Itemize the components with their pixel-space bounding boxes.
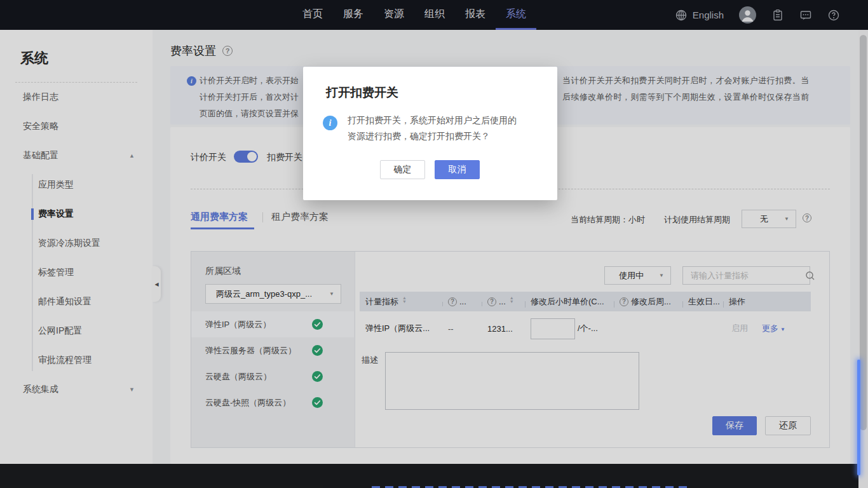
cancel-button[interactable]: 取消 [435,160,480,179]
app-window: 首页 服务 资源 组织 报表 系统 English [0,0,868,488]
confirm-button[interactable]: 确定 [380,160,425,179]
dialog-actions: 确定 取消 [380,160,480,179]
active-scroll-indicator[interactable] [857,360,860,475]
dialog-message-line: 打开扣费开关，系统开始对用户之后使用的 [348,112,538,128]
dialog-info-icon: i [323,116,337,130]
confirm-dialog: 打开扣费开关 i 打开扣费开关，系统开始对用户之后使用的 资源进行扣费，确定打开… [303,67,557,200]
dialog-title: 打开扣费开关 [326,85,398,101]
dialog-message-line: 资源进行扣费，确定打开扣费开关？ [348,128,538,144]
dialog-message: 打开扣费开关，系统开始对用户之后使用的 资源进行扣费，确定打开扣费开关？ [348,112,538,144]
